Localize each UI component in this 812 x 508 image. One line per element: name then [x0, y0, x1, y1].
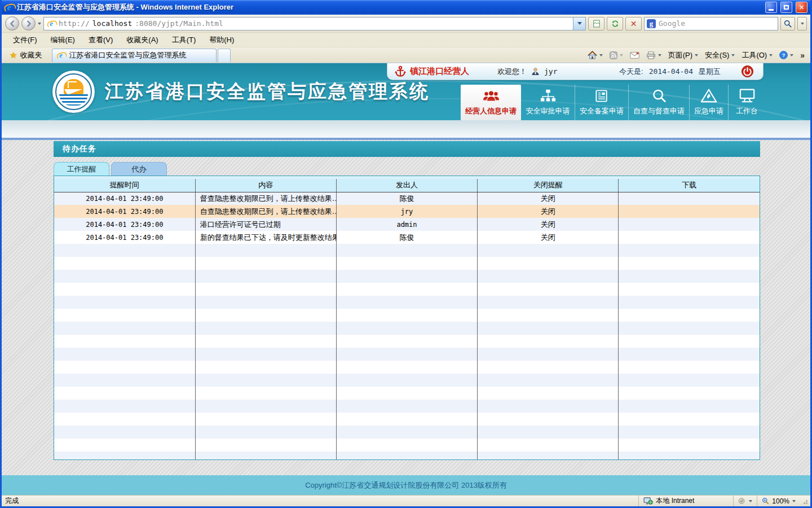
- menu-edit[interactable]: 编辑(E): [44, 33, 82, 47]
- menu-view[interactable]: 查看(V): [82, 33, 120, 47]
- protected-mode-button[interactable]: [733, 496, 752, 506]
- users-icon: [483, 89, 500, 103]
- date-group: 今天是: 2014-04-04 星期五: [619, 67, 721, 77]
- help-button[interactable]: ?: [779, 51, 793, 59]
- stop-button[interactable]: ✕: [625, 17, 642, 30]
- date-value: 2014-04-04: [649, 67, 693, 76]
- close-reminder-link[interactable]: 关闭: [541, 233, 555, 242]
- favorites-label: 收藏夹: [20, 50, 42, 60]
- title-bar: e 江苏省港口安全监管与应急管理系统 - Windows Internet Ex…: [2, 0, 810, 15]
- app-logo: [52, 71, 95, 113]
- page-favicon: e: [47, 20, 55, 28]
- nav-safety-approval[interactable]: 安全审批申请: [521, 85, 575, 120]
- table-row: 2014-04-01 23:49:00 港口经营许可证号已过期 admin 关闭: [54, 218, 760, 231]
- search-button[interactable]: [780, 17, 795, 30]
- back-icon: [8, 20, 16, 28]
- menu-file[interactable]: 文件(F): [6, 33, 44, 47]
- table-row-highlighted: 2014-04-01 23:49:00 自查隐患整改期限已到，请上传整改结果… …: [54, 205, 760, 218]
- zoom-icon: [762, 497, 769, 505]
- table-row-empty: [54, 257, 760, 270]
- nav-self-inspection[interactable]: 自查与督查申请: [628, 85, 689, 120]
- stop-icon: ✕: [630, 19, 637, 28]
- page-menu-label: 页面(P): [668, 50, 692, 60]
- close-reminder-link[interactable]: 关闭: [541, 194, 555, 203]
- col-header-download: 下载: [619, 179, 760, 192]
- compatibility-view-button[interactable]: [588, 17, 604, 30]
- panel-tabs: 工作提醒 代办: [54, 162, 760, 176]
- forward-button[interactable]: [21, 16, 36, 30]
- safety-menu-button[interactable]: 安全(S): [705, 50, 735, 60]
- close-reminder-link[interactable]: 关闭: [541, 207, 555, 216]
- page-content: 待办任务 工作提醒 代办 提醒时间 内容 发出人 关闭提醒: [2, 140, 810, 475]
- cell-content: 新的督查结果已下达，请及时更新整改结果: [195, 231, 336, 244]
- nav-label: 工作台: [736, 106, 758, 116]
- status-done: 完成: [4, 496, 634, 506]
- table-row: 2014-04-01 23:49:00 督查隐患整改期限已到，请上传整改结果… …: [54, 192, 760, 205]
- header-lower-band: [2, 120, 810, 138]
- cell-time: 2014-04-01 23:49:00: [54, 231, 195, 244]
- tab-todo[interactable]: 代办: [111, 162, 167, 176]
- status-bar: 完成 本地 Intranet 100%: [2, 495, 810, 506]
- menu-tools[interactable]: 工具(T): [165, 33, 203, 47]
- restore-button[interactable]: [780, 2, 792, 13]
- weekday: 星期五: [699, 67, 721, 77]
- welcome-label: 欢迎您！: [497, 67, 527, 77]
- browser-tab[interactable]: e 江苏省港口安全监管与应急管理系统: [52, 49, 217, 62]
- app-footer: Copyright©江苏省交通规划设计院股份有限公司 2013版权所有: [2, 475, 810, 495]
- print-button[interactable]: [646, 51, 661, 59]
- close-reminder-link[interactable]: 关闭: [541, 220, 555, 229]
- feeds-icon: [610, 51, 617, 59]
- address-input[interactable]: e http://localhost:8080/yjpt/Main.html: [43, 17, 586, 30]
- role-badge: 镇江港口经营人: [394, 65, 469, 78]
- role-badge-label: 镇江港口经营人: [410, 66, 469, 77]
- menu-favorites[interactable]: 收藏夹(A): [120, 33, 165, 47]
- chevron-down-icon: [749, 500, 752, 502]
- cell-time: 2014-04-01 23:49:00: [54, 218, 195, 231]
- nav-safety-filing[interactable]: 安全备案申请: [575, 85, 628, 120]
- url-path: :8080/yjpt/Main.html: [135, 19, 223, 28]
- nav-operator-info[interactable]: 经营人信息申请: [461, 85, 521, 120]
- back-button[interactable]: [5, 16, 19, 30]
- safety-menu-label: 安全(S): [705, 50, 729, 60]
- google-icon: g: [647, 19, 656, 28]
- window-title: 江苏省港口安全监管与应急管理系统 - Windows Internet Expl…: [17, 2, 762, 12]
- command-bar: 页面(P) 安全(S) 工具(O) ? »: [588, 50, 807, 60]
- page-menu-button[interactable]: 页面(P): [668, 50, 698, 60]
- search-options-dropdown[interactable]: [797, 17, 807, 30]
- toolbar-overflow-button[interactable]: »: [800, 51, 805, 60]
- zoom-control[interactable]: 100%: [757, 496, 796, 506]
- read-mail-button[interactable]: [630, 52, 639, 59]
- tools-menu-button[interactable]: 工具(O): [742, 50, 773, 60]
- history-dropdown[interactable]: [38, 23, 41, 25]
- menu-help[interactable]: 帮助(H): [202, 33, 241, 47]
- home-button[interactable]: [588, 51, 603, 59]
- ie-logo-icon: e: [5, 3, 14, 12]
- table-row-empty: [54, 426, 760, 439]
- search-input[interactable]: [659, 19, 775, 28]
- logout-button[interactable]: [741, 65, 754, 78]
- tab-work-reminder[interactable]: 工作提醒: [54, 162, 109, 176]
- feeds-button[interactable]: [610, 51, 623, 59]
- status-zone: 本地 Intranet: [638, 496, 729, 506]
- address-dropdown-button[interactable]: [573, 17, 585, 30]
- logo-emblem-icon: [55, 73, 92, 110]
- nav-emergency[interactable]: 应急申请: [689, 85, 728, 120]
- nav-workbench[interactable]: 工作台: [728, 85, 765, 120]
- table-row-empty: [54, 374, 760, 387]
- url-scheme: http://: [59, 19, 90, 28]
- page-viewport: 江苏省港口安全监管与应急管理系统 镇江港口经营人 欢迎您！ jyr 今天是: 2…: [2, 63, 810, 495]
- cell-sender: jry: [336, 205, 477, 218]
- mail-icon: [630, 52, 639, 59]
- cell-sender: 陈俊: [336, 231, 477, 244]
- close-button[interactable]: ✕: [796, 2, 807, 13]
- cell-content: 自查隐患整改期限已到，请上传整改结果…: [195, 205, 336, 218]
- favorites-button[interactable]: ★ 收藏夹: [5, 49, 46, 62]
- monitor-icon: [739, 88, 756, 103]
- minimize-button[interactable]: [765, 2, 777, 13]
- col-header-close: 关闭提醒: [478, 179, 619, 192]
- cell-sender: 陈俊: [336, 192, 477, 205]
- resize-grip[interactable]: [801, 498, 808, 505]
- refresh-button[interactable]: [607, 17, 623, 30]
- user-bar: 镇江港口经营人 欢迎您！ jyr 今天是: 2014-04-04 星期五: [387, 63, 764, 80]
- new-tab-button[interactable]: [218, 49, 231, 62]
